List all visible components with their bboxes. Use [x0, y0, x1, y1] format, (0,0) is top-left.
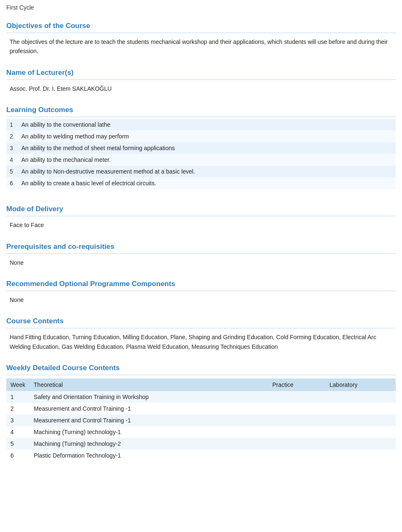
- weekly-row: 4 Machining (Turning) technology-1: [6, 426, 396, 438]
- outcome-row: 3An ability to the method of sheet metal…: [6, 142, 396, 154]
- objectives-section: Objectives of the Course The objectives …: [6, 18, 396, 64]
- outcome-row: 6An ability to create a basic level of e…: [6, 177, 396, 189]
- weekly-column-header: Laboratory: [325, 379, 396, 391]
- outcome-number: 3: [6, 142, 18, 154]
- outcome-row: 2An ability to welding method may perfor…: [6, 130, 396, 142]
- week-practice: [268, 391, 325, 403]
- weekly-column-header: Week: [6, 379, 30, 391]
- outcome-number: 2: [6, 130, 18, 142]
- mode-of-delivery-header: Mode of Delivery: [6, 202, 396, 216]
- course-contents-section: Course Contents Hand Fitting Education, …: [6, 314, 396, 359]
- objectives-header: Objectives of the Course: [6, 18, 396, 33]
- weekly-table: WeekTheoreticalPracticeLaboratory 1 Safe…: [6, 379, 396, 461]
- mode-of-delivery-section: Mode of Delivery Face to Face: [6, 202, 396, 237]
- outcome-text: An ability to Non-destructive measuremen…: [18, 166, 396, 177]
- recommended-components-header: Recommended Optional Programme Component…: [6, 276, 396, 291]
- learning-outcomes-header: Learning Outcomes: [6, 102, 396, 117]
- objectives-content: The objectives of the lecture are to tea…: [6, 33, 396, 64]
- week-number: 1: [6, 391, 30, 403]
- course-contents-content: Hand Fitting Education, Turning Educatio…: [6, 328, 396, 359]
- week-practice: [268, 403, 325, 414]
- recommended-components-section: Recommended Optional Programme Component…: [6, 276, 396, 312]
- outcome-row: 5An ability to Non-destructive measureme…: [6, 166, 396, 177]
- week-number: 5: [6, 438, 30, 450]
- course-contents-header: Course Contents: [6, 314, 396, 328]
- outcome-text: An ability to welding method may perform: [18, 130, 396, 142]
- lecturer-section: Name of Lecturer(s) Assoc. Prof. Dr. İ. …: [6, 65, 396, 101]
- outcome-number: 1: [6, 119, 18, 130]
- outcome-number: 5: [6, 166, 18, 177]
- weekly-column-header: Theoretical: [30, 379, 268, 391]
- outcome-text: An ability to the mechanical meter.: [18, 154, 396, 166]
- outcome-text: An ability to the conventional lathe: [18, 119, 396, 130]
- week-practice: [268, 438, 325, 450]
- weekly-row: 2 Measurement and Control Training -1: [6, 403, 396, 414]
- outcomes-table: 1An ability to the conventional lathe2An…: [6, 119, 396, 189]
- outcome-row: 1An ability to the conventional lathe: [6, 119, 396, 130]
- week-number: 4: [6, 426, 30, 438]
- outcome-text: An ability to the method of sheet metal …: [18, 142, 396, 154]
- prerequisites-content: None: [6, 254, 396, 275]
- prerequisites-section: Prerequisites and co-requisities None: [6, 239, 396, 275]
- week-theoretical: Safety and Orientation Training in Works…: [30, 391, 268, 403]
- week-number: 6: [6, 450, 30, 461]
- outcome-number: 6: [6, 177, 18, 189]
- week-practice: [268, 426, 325, 438]
- first-cycle-label: First Cycle: [6, 4, 396, 11]
- weekly-row: 3 Measurement and Control Training -1: [6, 414, 396, 426]
- week-laboratory: [325, 403, 396, 414]
- week-number: 2: [6, 403, 30, 414]
- week-practice: [268, 414, 325, 426]
- week-number: 3: [6, 414, 30, 426]
- mode-of-delivery-content: Face to Face: [6, 216, 396, 237]
- outcome-number: 4: [6, 154, 18, 166]
- lecturer-header: Name of Lecturer(s): [6, 65, 396, 80]
- outcome-text: An ability to create a basic level of el…: [18, 177, 396, 189]
- week-theoretical: Machining (Turning) technology-2: [30, 438, 268, 450]
- week-theoretical: Plastic Deformation Technology-1: [30, 450, 268, 461]
- week-laboratory: [325, 450, 396, 461]
- week-practice: [268, 450, 325, 461]
- week-laboratory: [325, 438, 396, 450]
- week-laboratory: [325, 391, 396, 403]
- lecturer-content: Assoc. Prof. Dr. İ. Etem SAKLAKOĞLU: [6, 80, 396, 101]
- weekly-contents-header: Weekly Detailed Course Contents: [6, 361, 396, 375]
- outcome-row: 4An ability to the mechanical meter.: [6, 154, 396, 166]
- week-theoretical: Machining (Turning) technology-1: [30, 426, 268, 438]
- weekly-contents-section: Weekly Detailed Course Contents WeekTheo…: [6, 361, 396, 466]
- week-theoretical: Measurement and Control Training -1: [30, 403, 268, 414]
- weekly-column-header: Practice: [268, 379, 325, 391]
- week-theoretical: Measurement and Control Training -1: [30, 414, 268, 426]
- learning-outcomes-section: Learning Outcomes 1An ability to the con…: [6, 102, 396, 200]
- weekly-row: 6 Plastic Deformation Technology-1: [6, 450, 396, 461]
- prerequisites-header: Prerequisites and co-requisities: [6, 239, 396, 254]
- week-laboratory: [325, 426, 396, 438]
- recommended-components-content: None: [6, 291, 396, 312]
- weekly-row: 5 Machining (Turning) technology-2: [6, 438, 396, 450]
- weekly-row: 1 Safety and Orientation Training in Wor…: [6, 391, 396, 403]
- week-laboratory: [325, 414, 396, 426]
